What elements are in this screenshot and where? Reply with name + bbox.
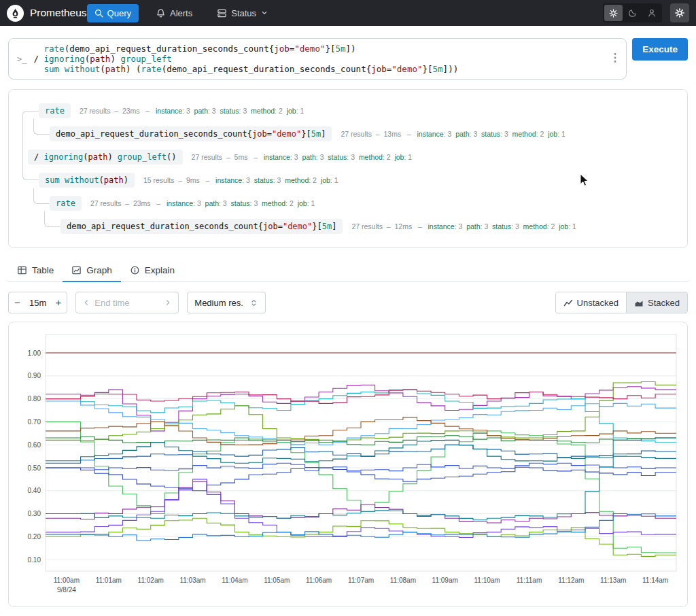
stacked-button[interactable]: Stacked bbox=[627, 292, 687, 313]
chevron-right-icon[interactable] bbox=[163, 298, 173, 307]
tree-node-stats: 15 results – 9ms – instance: 3 status: 3… bbox=[143, 176, 342, 184]
svg-text:11:07am: 11:07am bbox=[348, 577, 374, 584]
tree-node-stats: 27 results – 23ms – instance: 3 path: 3 … bbox=[90, 199, 319, 207]
tree-node[interactable]: / ignoring(path) group_left() bbox=[28, 150, 183, 165]
theme-toggle bbox=[603, 3, 662, 22]
unstacked-label: Unstacked bbox=[577, 298, 619, 308]
tree-node-stats: 27 results – 5ms – instance: 3 path: 3 s… bbox=[192, 153, 416, 161]
endtime-input[interactable] bbox=[93, 297, 161, 309]
svg-text:0.40: 0.40 bbox=[28, 487, 41, 494]
graph-canvas[interactable]: 0.100.200.300.400.500.600.700.800.901.00… bbox=[14, 328, 682, 605]
stacked-icon bbox=[634, 298, 644, 307]
tab-graph[interactable]: Graph bbox=[63, 259, 121, 282]
range-decrease-button[interactable]: − bbox=[9, 292, 26, 313]
svg-text:11:05am: 11:05am bbox=[264, 577, 290, 584]
kebab-icon bbox=[614, 52, 616, 63]
query-editor[interactable]: >_ rate(demo_api_request_duration_second… bbox=[8, 38, 627, 80]
graph-controls: − 15m + Medium res. bbox=[8, 292, 688, 313]
tree-row: demo_api_request_duration_seconds_count{… bbox=[20, 215, 676, 238]
unstacked-button[interactable]: Unstacked bbox=[556, 292, 627, 313]
tree-connector bbox=[44, 211, 60, 227]
info-icon bbox=[130, 265, 140, 275]
svg-text:0.30: 0.30 bbox=[28, 510, 41, 517]
main-content: >_ rate(demo_api_request_duration_second… bbox=[0, 26, 696, 607]
svg-text:0.70: 0.70 bbox=[28, 418, 41, 426]
tree-node[interactable]: demo_api_request_duration_seconds_count{… bbox=[60, 219, 343, 234]
theme-light-button[interactable] bbox=[604, 5, 623, 21]
svg-text:0.10: 0.10 bbox=[28, 556, 41, 564]
svg-text:0.50: 0.50 bbox=[28, 464, 41, 472]
tree-connector bbox=[33, 119, 50, 135]
stacked-label: Stacked bbox=[648, 298, 680, 308]
resolution-value: Medium res. bbox=[194, 298, 243, 308]
svg-text:11:01am: 11:01am bbox=[96, 577, 122, 584]
chevron-left-icon[interactable] bbox=[82, 298, 91, 307]
endtime-picker bbox=[75, 292, 179, 313]
range-increase-button[interactable]: + bbox=[50, 292, 67, 313]
selector-arrows-icon bbox=[249, 298, 258, 308]
tab-explain[interactable]: Explain bbox=[121, 259, 184, 282]
svg-text:11:00am: 11:00am bbox=[54, 577, 80, 584]
svg-text:0.60: 0.60 bbox=[28, 441, 41, 449]
table-icon bbox=[17, 265, 27, 275]
svg-text:11:14am: 11:14am bbox=[642, 577, 668, 584]
tree-connector bbox=[33, 188, 50, 204]
tree-row: rate27 results – 23ms – instance: 3 path… bbox=[20, 99, 676, 122]
tree-node[interactable]: rate bbox=[39, 103, 71, 118]
graph-panel: 0.100.200.300.400.500.600.700.800.901.00… bbox=[8, 322, 688, 607]
tab-table-label: Table bbox=[32, 265, 54, 275]
query-tree-panel: rate27 results – 23ms – instance: 3 path… bbox=[8, 89, 688, 248]
svg-text:0.90: 0.90 bbox=[28, 372, 41, 379]
tree-node[interactable]: demo_api_request_duration_seconds_count{… bbox=[50, 126, 332, 141]
tab-explain-label: Explain bbox=[145, 265, 175, 275]
range-value[interactable]: 15m bbox=[26, 298, 50, 308]
tab-table[interactable]: Table bbox=[8, 259, 63, 282]
tree-rows: rate27 results – 23ms – instance: 3 path… bbox=[20, 99, 676, 238]
editor-menu-button[interactable] bbox=[612, 52, 618, 66]
svg-text:11:02am: 11:02am bbox=[138, 577, 164, 584]
tree-node-stats: 27 results – 23ms – instance: 3 path: 3 … bbox=[80, 107, 308, 115]
sun-icon bbox=[608, 8, 619, 18]
moon-icon bbox=[628, 8, 638, 18]
nav-item-alerts-label: Alerts bbox=[170, 8, 192, 18]
theme-auto-button[interactable] bbox=[642, 5, 661, 21]
svg-text:11:06am: 11:06am bbox=[306, 577, 332, 584]
execute-button[interactable]: Execute bbox=[632, 38, 688, 61]
user-icon bbox=[647, 8, 657, 18]
svg-text:1.00: 1.00 bbox=[28, 349, 41, 357]
tree-row: / ignoring(path) group_left()27 results … bbox=[20, 146, 676, 169]
nav-item-status-label: Status bbox=[231, 8, 256, 18]
nav-item-query[interactable]: Query bbox=[87, 4, 139, 22]
nav-item-alerts[interactable]: Alerts bbox=[148, 4, 200, 22]
navbar-right bbox=[603, 3, 689, 22]
svg-text:0.80: 0.80 bbox=[28, 395, 41, 403]
svg-text:11:13am: 11:13am bbox=[600, 577, 626, 584]
promql-code[interactable]: rate(demo_api_request_duration_seconds_c… bbox=[33, 44, 606, 74]
tree-node-stats: 27 results – 13ms – instance: 3 path: 3 … bbox=[341, 130, 569, 138]
svg-text:11:08am: 11:08am bbox=[390, 577, 416, 584]
server-icon bbox=[217, 8, 227, 18]
resolution-select[interactable]: Medium res. bbox=[187, 292, 266, 313]
theme-dark-button[interactable] bbox=[623, 5, 642, 21]
nav-item-status[interactable]: Status bbox=[209, 4, 276, 22]
graph-icon bbox=[71, 265, 82, 275]
tree-row: sum without(path)15 results – 9ms – inst… bbox=[20, 169, 676, 192]
svg-text:11:04am: 11:04am bbox=[222, 577, 247, 584]
tab-graph-label: Graph bbox=[86, 265, 112, 275]
svg-text:9/8/24: 9/8/24 bbox=[57, 586, 76, 594]
gear-icon bbox=[674, 7, 685, 18]
svg-text:0.20: 0.20 bbox=[28, 533, 41, 541]
svg-text:11:10am: 11:10am bbox=[474, 577, 500, 584]
tree-row: rate27 results – 23ms – instance: 3 path… bbox=[20, 192, 676, 215]
brand-title: Prometheus bbox=[30, 7, 87, 19]
tree-node[interactable]: sum without(path) bbox=[39, 173, 135, 188]
panel-tabs: Table Graph Explain bbox=[8, 259, 688, 282]
tree-node[interactable]: rate bbox=[50, 196, 82, 211]
brand[interactable]: Prometheus bbox=[7, 5, 87, 22]
chevron-down-icon bbox=[260, 9, 268, 17]
terminal-prompt-icon: >_ bbox=[17, 54, 27, 64]
query-row: >_ rate(demo_api_request_duration_second… bbox=[8, 38, 688, 80]
settings-button[interactable] bbox=[670, 3, 689, 22]
prometheus-logo-icon bbox=[7, 5, 24, 22]
navbar: Prometheus Query Alerts Status bbox=[0, 0, 696, 26]
